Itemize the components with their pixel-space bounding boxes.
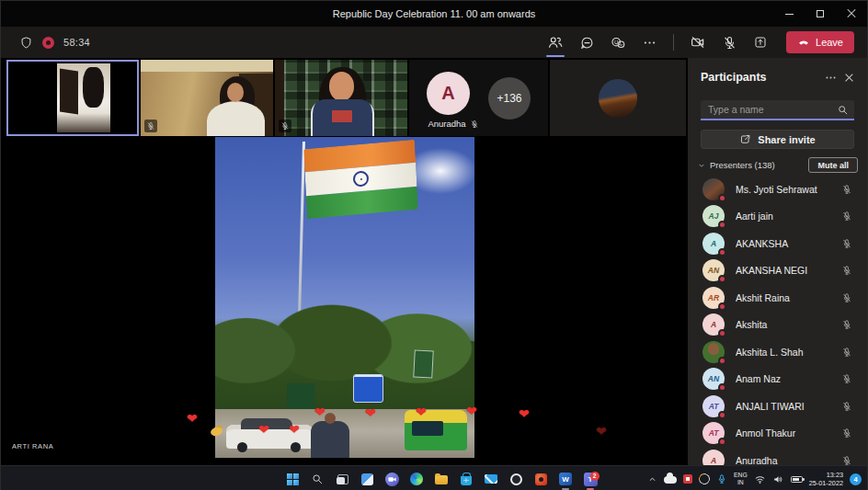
participant-row[interactable]: Ms. Jyoti Sehrawat <box>688 176 867 203</box>
word-button[interactable]: W <box>555 468 576 490</box>
mic-muted-icon[interactable] <box>841 427 852 439</box>
mic-muted-icon[interactable] <box>841 292 852 303</box>
participant-row[interactable]: AN AKANSHA NEGI <box>688 257 867 285</box>
edge-button[interactable] <box>406 468 427 490</box>
reactions-button[interactable] <box>605 30 631 54</box>
file-explorer-button[interactable] <box>431 468 451 490</box>
security-tray-icon[interactable] <box>683 474 692 484</box>
cortana-button[interactable] <box>506 468 526 490</box>
task-view-button[interactable] <box>332 468 352 490</box>
minimize-button[interactable] <box>773 1 805 27</box>
folder-icon <box>435 475 448 484</box>
participant-row[interactable]: A AKANKSHA <box>688 230 867 257</box>
mic-muted-icon[interactable] <box>841 401 852 412</box>
participants-list: Ms. Jyoti Sehrawat AJ Aarti jain A AKANK… <box>688 176 867 465</box>
shared-video-flag[interactable] <box>215 137 474 458</box>
widgets-button[interactable] <box>357 468 377 490</box>
participant-avatar <box>702 341 725 363</box>
camera-off-button[interactable] <box>685 30 711 54</box>
mic-muted-icon[interactable] <box>841 347 852 358</box>
teams-notification-badge: 2 <box>590 472 600 481</box>
taskbar-search-button[interactable] <box>307 468 327 490</box>
participant-row[interactable]: AT ANJALI TIWARI <box>688 393 867 420</box>
windows-logo-icon <box>287 473 299 485</box>
audio-participant-tile[interactable]: A Anuradha +136 <box>409 60 548 136</box>
status-busy-dot <box>718 438 726 446</box>
india-flag <box>303 140 418 219</box>
share-invite-button[interactable]: Share invite <box>701 130 854 149</box>
participant-avatar: AT <box>702 422 725 444</box>
status-busy-dot <box>718 383 726 392</box>
maximize-button[interactable] <box>805 1 836 27</box>
leave-button[interactable]: Leave <box>786 31 854 53</box>
start-button[interactable] <box>282 468 303 490</box>
participant-avatar: AN <box>702 259 725 281</box>
sync-icon[interactable] <box>699 473 710 484</box>
participant-row[interactable]: A Anuradha <box>688 447 867 465</box>
mic-muted-icon[interactable] <box>841 184 852 195</box>
thumbnail-furniture <box>60 69 78 115</box>
wifi-icon[interactable] <box>754 473 766 485</box>
video-thumbnail-2[interactable] <box>141 60 273 136</box>
status-busy-dot <box>718 221 726 229</box>
chat-button[interactable] <box>574 30 600 54</box>
mic-off-button[interactable] <box>716 30 742 54</box>
notification-count-badge[interactable]: 4 <box>850 473 862 485</box>
overflow-count-badge[interactable]: +136 <box>488 77 531 120</box>
participant-avatar: AN <box>702 368 725 390</box>
participant-name: Aarti jain <box>736 211 841 222</box>
participant-row[interactable]: AT Anmol Thakur <box>688 420 867 448</box>
close-button[interactable] <box>836 1 867 27</box>
participant-row[interactable]: Akshita L. Shah <box>688 338 867 366</box>
panel-more-button[interactable] <box>821 69 839 85</box>
participant-row[interactable]: AN Anam Naz <box>688 366 867 393</box>
teams-chat-button[interactable] <box>382 468 402 490</box>
participants-button[interactable] <box>542 30 568 54</box>
language-indicator[interactable]: ENGIN <box>734 472 748 486</box>
close-icon <box>847 9 856 18</box>
panel-close-button[interactable] <box>839 69 858 85</box>
mute-all-button[interactable]: Mute all <box>808 157 858 173</box>
share-screen-button[interactable] <box>748 30 773 54</box>
office-button[interactable] <box>531 468 551 490</box>
video-thumbnail-3[interactable] <box>275 60 407 136</box>
mic-muted-icon[interactable] <box>841 373 852 384</box>
presenters-group-label[interactable]: Presenters (138) <box>710 160 808 170</box>
mic-muted-icon[interactable] <box>841 211 852 222</box>
participant-row[interactable]: AJ Aarti jain <box>688 203 867 231</box>
blue-road-sign <box>353 374 383 403</box>
search-input[interactable] <box>708 104 837 115</box>
tray-chevron-up-icon[interactable] <box>647 474 657 484</box>
store-bag-icon <box>461 476 472 485</box>
status-busy-dot <box>718 275 726 283</box>
more-actions-button[interactable] <box>636 30 662 54</box>
participant-row[interactable]: A Akshita <box>688 312 867 339</box>
mic-muted-icon[interactable] <box>841 265 852 276</box>
chevron-down-icon[interactable] <box>697 161 706 170</box>
share-invite-label: Share invite <box>758 134 815 145</box>
taskbar-clock[interactable]: 13:2325-01-2022 <box>809 471 843 487</box>
mic-muted-icon[interactable] <box>841 455 852 465</box>
participant-avatar: AT <box>702 395 725 417</box>
participant-row[interactable]: AR Akshit Raina <box>688 284 867 312</box>
microphone-in-use-icon[interactable] <box>716 473 727 484</box>
mic-muted-icon[interactable] <box>841 238 852 249</box>
participant-name: Anuradha <box>736 455 841 465</box>
close-icon <box>845 74 853 82</box>
thumbnail-figure <box>83 67 103 107</box>
avatar-participant-tile[interactable] <box>550 60 686 136</box>
speaker-icon[interactable] <box>772 473 784 485</box>
microsoft-store-button[interactable] <box>456 468 476 490</box>
panel-title: Participants <box>701 71 821 84</box>
onedrive-cloud-icon[interactable] <box>664 474 677 484</box>
heart-reaction: ❤ <box>596 424 607 439</box>
mail-button[interactable] <box>481 468 501 490</box>
battery-icon[interactable] <box>791 476 803 483</box>
participant-name: Anam Naz <box>736 373 841 384</box>
window-controls <box>773 1 867 27</box>
mail-envelope-icon <box>485 474 497 484</box>
video-thumbnail-active-speaker[interactable] <box>6 60 139 136</box>
avatar-initial: A <box>427 72 470 115</box>
teams-app-button[interactable]: T2 <box>580 468 600 490</box>
mic-muted-icon[interactable] <box>841 319 852 330</box>
